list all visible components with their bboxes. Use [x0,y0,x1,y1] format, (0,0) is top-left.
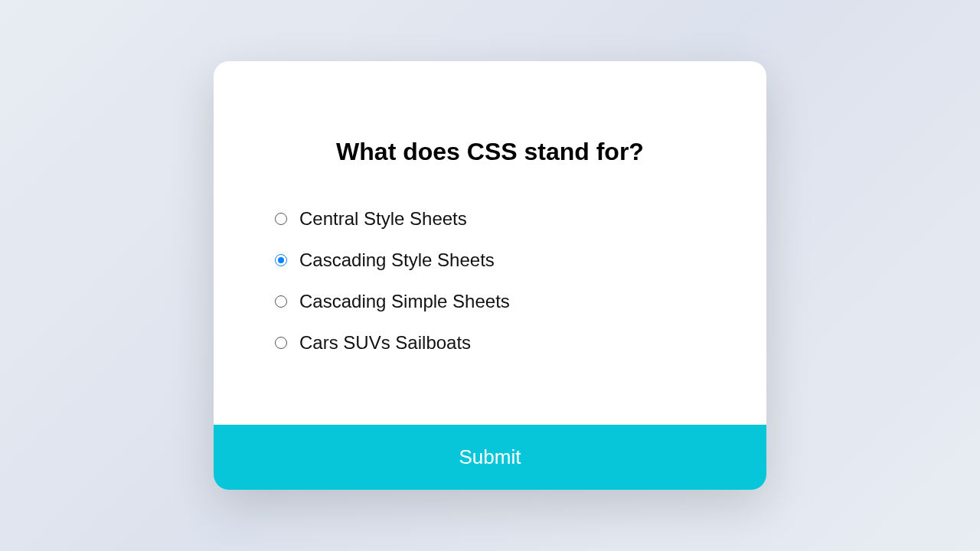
option-radio-1[interactable] [275,254,287,266]
options-list: Central Style Sheets Cascading Style She… [275,208,705,354]
quiz-content: What does CSS stand for? Central Style S… [214,61,766,425]
option-row[interactable]: Cascading Simple Sheets [275,291,705,312]
option-label: Cascading Simple Sheets [299,291,510,312]
question-title: What does CSS stand for? [275,138,705,166]
option-radio-2[interactable] [275,295,287,308]
option-label: Cars SUVs Sailboats [299,332,471,354]
option-label: Cascading Style Sheets [299,249,495,271]
option-label: Central Style Sheets [299,208,467,230]
quiz-card: What does CSS stand for? Central Style S… [214,61,766,490]
option-radio-3[interactable] [275,337,287,349]
option-row[interactable]: Cars SUVs Sailboats [275,332,705,354]
option-radio-0[interactable] [275,213,287,225]
option-row[interactable]: Central Style Sheets [275,208,705,230]
option-row[interactable]: Cascading Style Sheets [275,249,705,271]
submit-button[interactable]: Submit [214,425,766,490]
